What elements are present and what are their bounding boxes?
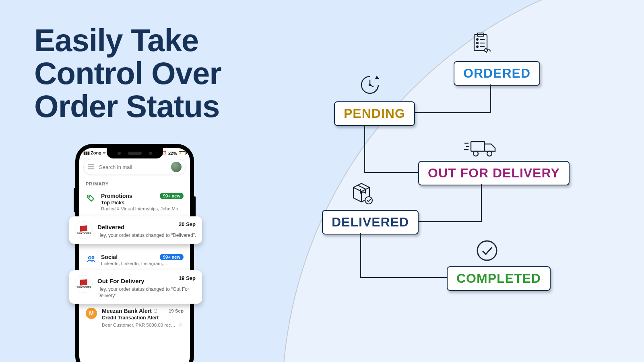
notification-card-delivered: SOLCODERS 20 Sep Delivered Hey, your ord… [69, 216, 202, 244]
battery-icon [179, 151, 186, 155]
status-node-ordered: ORDERED [454, 61, 540, 86]
people-icon [86, 254, 96, 264]
truck-icon [463, 138, 497, 160]
brand-logo: SOLCODERS [75, 275, 93, 293]
promotions-snippet: RadicalX Virtual Internships, John Morri… [101, 206, 184, 211]
svg-point-24 [89, 196, 90, 197]
search-bar[interactable]: Search in mail [83, 159, 186, 175]
notification-card-out-for-delivery: SOLCODERS 19 Sep Out For Delivery Hey, y… [69, 270, 202, 304]
mail-item-bank[interactable]: M Meezan Bank Alert 2 19 Sep Credit Tran… [79, 304, 190, 331]
tag-icon [86, 193, 96, 203]
search-placeholder: Search in mail [99, 164, 166, 170]
carrier-label: ▮▮▮ Zong ᯤ [83, 150, 107, 156]
connector [411, 112, 491, 113]
notif-date: 20 Sep [179, 221, 196, 227]
status-label: DELIVERED [332, 215, 409, 229]
svg-point-22 [365, 197, 372, 204]
battery-pct: 22% [168, 151, 177, 156]
svg-point-13 [374, 92, 375, 93]
promotions-title: Promotions [101, 193, 132, 199]
brand-logo: SOLCODERS [75, 221, 93, 239]
section-primary: PRIMARY [79, 178, 190, 189]
social-badge: 99+ new [160, 254, 184, 260]
connector [360, 233, 361, 278]
order-status-flowchart: ORDERED PENDING [322, 24, 604, 330]
menu-icon[interactable] [88, 165, 94, 169]
phone-notch [107, 148, 163, 158]
check-circle-icon [476, 239, 498, 263]
status-node-completed: COMPLETED [447, 266, 551, 291]
status-node-delivered: DELIVERED [322, 210, 419, 234]
avatar[interactable] [171, 162, 182, 172]
connector [481, 184, 482, 222]
svg-point-16 [473, 151, 478, 156]
sender-initial: M [86, 308, 97, 319]
status-label: ORDERED [463, 66, 530, 80]
status-label: PENDING [344, 106, 405, 121]
svg-point-26 [92, 257, 94, 259]
status-label: COMPLETED [456, 271, 541, 286]
svg-point-23 [477, 241, 497, 260]
svg-point-6 [477, 46, 478, 47]
svg-point-2 [477, 39, 478, 40]
svg-marker-8 [375, 76, 379, 79]
phone-mockup: ▮▮▮ Zong ᯤ ⏰ 22% Search in mail PRIMARY [75, 144, 194, 362]
svg-point-17 [487, 151, 492, 156]
category-social[interactable]: Social 99+ new LinkedIn, LinkedIn, Insta… [79, 251, 190, 269]
notif-snippet: Hey, your order status changed to “Out F… [97, 286, 196, 299]
svg-point-25 [89, 257, 91, 259]
mail-date: 19 Sep [169, 309, 184, 313]
clock-icon [359, 74, 381, 97]
category-promotions[interactable]: Promotions 99+ new Top Picks RadicalX Vi… [79, 189, 190, 214]
mail-snippet: Dear Customer, PKR 5000.00 receive... [102, 323, 178, 327]
connector [490, 84, 491, 113]
star-icon[interactable]: ☆ [178, 321, 184, 328]
package-check-icon [349, 181, 374, 207]
checklist-icon [471, 32, 494, 57]
connector [364, 172, 418, 173]
mail-sender: Meezan Bank Alert 2 [102, 308, 157, 314]
status-label: OUT FOR DELIVERY [428, 166, 560, 180]
svg-rect-15 [471, 142, 485, 151]
notif-snippet: Hey, your order status changed to “Deliv… [97, 232, 196, 239]
svg-point-14 [377, 87, 378, 88]
connector [360, 277, 447, 278]
connector [364, 125, 365, 173]
promotions-badge: 99+ new [160, 193, 184, 199]
social-title: Social [101, 254, 118, 260]
svg-point-12 [376, 90, 377, 91]
promotions-sub: Top Picks [101, 200, 184, 206]
phone-screen: ▮▮▮ Zong ᯤ ⏰ 22% Search in mail PRIMARY [79, 148, 190, 362]
status-node-out-for-delivery: OUT FOR DELIVERY [418, 161, 570, 185]
mail-subject: Credit Transaction Alert [102, 315, 184, 321]
social-snippet: LinkedIn, LinkedIn, Instagram,... [101, 261, 184, 266]
page-headline: Easily TakeControl OverOrder Status [34, 24, 221, 123]
notif-date: 19 Sep [179, 275, 196, 281]
status-node-pending: PENDING [334, 101, 415, 126]
svg-point-4 [477, 42, 478, 44]
